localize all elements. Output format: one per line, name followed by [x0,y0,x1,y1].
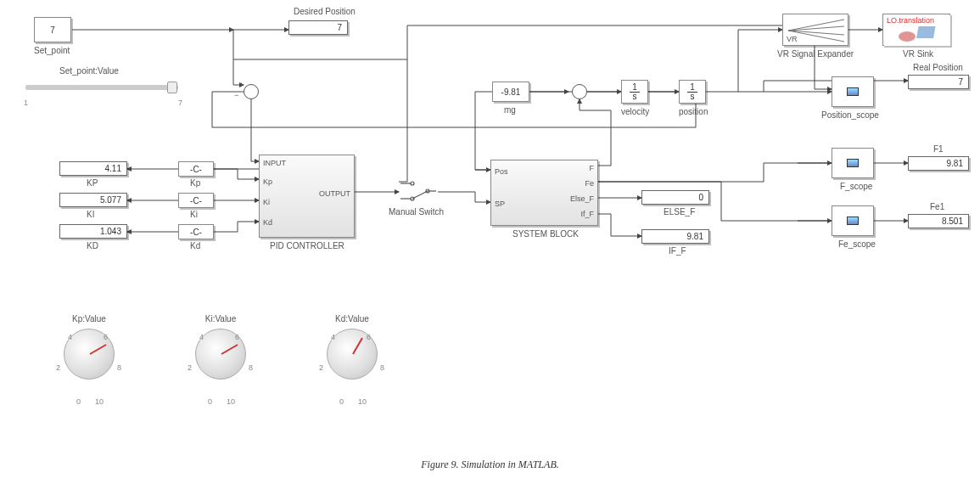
position-scope-label: Position_scope [821,110,879,120]
sys-port-sp: SP [495,200,505,208]
scope-icon [847,159,859,167]
ki-constant[interactable]: -C- [178,193,214,208]
kp-constant[interactable]: -C- [178,161,214,177]
sys-port-f: F [590,164,595,172]
mg-constant[interactable]: -9.81 [492,82,529,102]
ki-constant-value: -C- [190,196,202,205]
kp-knob[interactable]: Kp:Value 0 2 4 6 8 10 [51,314,127,380]
kp-display-value: 4.11 [105,164,121,173]
sys-port-fe: Fe [585,179,594,188]
ki-display: 5.077 [59,193,127,207]
fe-scope-label: Fe_scope [838,239,876,249]
ki-tick-4: 4 [199,333,204,341]
kp-display: 4.11 [59,161,127,176]
vr-expander-tag: VR [787,35,798,43]
ki-knob-label: Ki:Value [182,314,259,323]
ki-tick-10: 10 [227,397,235,406]
slider-thumb[interactable] [167,82,177,93]
svg-line-5 [412,191,428,199]
kp-tick-2: 2 [56,363,60,372]
setpoint-value: 7 [50,25,55,35]
velocity-integrator[interactable]: 1 s [621,80,648,104]
sum-error[interactable] [244,84,259,99]
sys-port-pos: Pos [495,167,508,176]
ki-display-label: KI [87,210,94,219]
kd-display-label: KD [87,241,98,250]
setpoint-slider[interactable] [25,85,178,90]
kd-knob[interactable]: Kd:Value 0 2 4 6 8 10 [314,314,390,380]
kd-display-value: 1.043 [100,227,121,236]
iff-display: 9.81 [641,229,709,244]
kd-tick-10: 10 [358,397,367,406]
slider-max: 7 [178,98,182,107]
elsef-value: 0 [698,193,703,202]
manual-switch[interactable] [399,178,438,204]
mg-label: mg [504,105,516,115]
f1-display: 9.81 [908,156,969,171]
system-block-label: SYSTEM BLOCK [512,229,579,239]
pid-port-kp: Kp [263,177,272,186]
pid-port-ki: Ki [263,198,270,206]
iff-value: 9.81 [687,232,703,241]
fe-scope[interactable] [832,205,874,236]
pid-port-kd: Kd [263,218,272,227]
f-scope[interactable] [832,148,874,178]
kp-constant-label: Kp [190,178,200,188]
desired-position-title: Desired Position [294,7,356,16]
pid-label: PID CONTROLLER [270,241,344,250]
desired-position-display: 7 [288,20,348,35]
vr-sink[interactable]: LO.translation [882,14,950,46]
wires [0,0,980,495]
vr-expander-label: VR Signal Expander [777,49,854,59]
scope-icon [847,217,859,225]
kd-constant-value: -C- [190,228,202,237]
ki-display-value: 5.077 [100,195,121,205]
ki-knob[interactable]: Ki:Value 0 2 4 6 8 10 [182,314,259,380]
fe1-title: Fe1 [930,202,944,211]
vr-sink-overlay: LO.translation [887,16,934,25]
iff-label: IF_F [669,246,686,256]
slider-label: Set_point:Value [59,66,119,76]
kd-tick-8: 8 [380,363,384,372]
kd-tick-4: 4 [331,333,335,341]
pid-port-input: INPUT [263,159,286,167]
figure-caption: Figure 9. Simulation in MATLAB. [0,458,980,471]
ki-tick-8: 8 [249,363,253,372]
kd-tick-0: 0 [339,397,344,406]
vr-sink-label: VR Sink [903,49,933,59]
ki-tick-2: 2 [188,363,192,372]
kd-constant[interactable]: -C- [178,224,214,239]
elsef-label: ELSE_F [664,207,695,217]
real-position-title: Real Position [913,63,963,72]
sum-force[interactable] [572,84,587,99]
elsef-display: 0 [641,190,709,205]
sum-plus-icon: + [239,81,244,89]
position-integrator[interactable]: 1 s [679,80,706,104]
simulink-canvas: 7 Set_point Desired Position 7 Set_point… [0,0,980,495]
integrator-den-2: s [688,93,697,101]
kd-tick-6: 6 [367,333,371,341]
svg-line-7 [788,20,844,31]
pointer-icon [221,344,238,355]
real-position-display: 7 [908,75,969,89]
setpoint-constant[interactable]: 7 [34,17,71,42]
real-position-value: 7 [958,77,963,87]
vr-signal-expander[interactable]: VR [782,14,848,46]
setpoint-label: Set_point [34,46,70,55]
f1-value: 9.81 [947,159,963,168]
kp-knob-label: Kp:Value [51,314,127,323]
ki-tick-6: 6 [235,333,239,341]
desired-position-value: 7 [337,23,342,32]
sys-port-iff: If_F [580,210,594,218]
svg-rect-13 [916,26,935,38]
manual-switch-label: Manual Switch [389,207,444,217]
kd-display: 1.043 [59,224,127,239]
slider-min: 1 [24,98,28,107]
pid-controller-block[interactable]: INPUT Kp Ki Kd OUTPUT [259,155,355,238]
mg-value: -9.81 [501,87,521,97]
position-scope[interactable] [832,76,874,107]
kp-tick-10: 10 [95,397,104,406]
system-block[interactable]: Pos SP F Fe Else_F If_F [490,160,598,226]
kp-tick-8: 8 [117,363,121,372]
kd-tick-2: 2 [319,363,323,372]
